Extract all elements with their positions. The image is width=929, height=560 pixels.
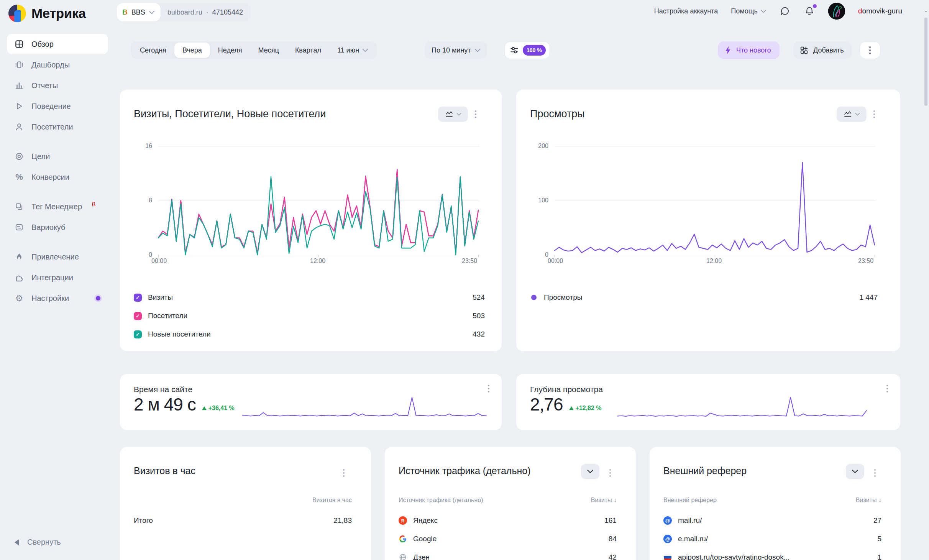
granularity-dropdown[interactable]: По 10 минут	[425, 41, 487, 59]
chevron-down-icon	[456, 113, 461, 116]
date-picker[interactable]: 11 июн	[329, 43, 376, 58]
sort-desc-icon: ↓	[878, 497, 881, 503]
sidebar-item-variocube[interactable]: Вариокуб	[7, 217, 108, 238]
sidebar-item-settings[interactable]: ⚙ Настройки	[7, 288, 108, 309]
chevron-down-icon	[587, 470, 593, 473]
legend-item-visitors[interactable]: ✓ Посетители 503	[134, 310, 485, 322]
y-axis-tick: 8	[129, 197, 152, 204]
counter-favicon-icon: B	[122, 8, 128, 16]
grid-icon	[15, 39, 24, 49]
value-column-header[interactable]: Визиты ↓	[856, 497, 881, 504]
percent-icon: %	[15, 172, 24, 182]
whats-new-label: Что нового	[736, 46, 771, 54]
kebab-icon	[874, 469, 876, 477]
notifications-button[interactable]	[804, 5, 815, 17]
add-label: Добавить	[813, 46, 844, 54]
collapse-arrow-icon	[15, 539, 19, 545]
chart-type-selector[interactable]	[837, 107, 867, 122]
chart-type-selector[interactable]	[438, 107, 468, 122]
checkbox-checked-icon[interactable]: ✓	[134, 312, 142, 320]
account-settings-link[interactable]: Настройка аккаунта	[654, 7, 718, 15]
scrollbar-up-icon[interactable]: ⌃	[924, 10, 928, 16]
metrika-logo-icon	[8, 5, 26, 22]
row-label: Яндекс	[413, 516, 438, 525]
x-tick-mark	[875, 255, 875, 257]
metrika-logo[interactable]: Метрика	[8, 5, 86, 22]
sidebar-item-attraction[interactable]: Привлечение	[7, 246, 108, 267]
sidebar-item-visitors[interactable]: Посетители	[7, 117, 108, 137]
sidebar-collapse-button[interactable]: Свернуть	[15, 538, 61, 547]
checkbox-checked-icon[interactable]: ✓	[134, 330, 142, 338]
username[interactable]: domovik-guru	[858, 7, 902, 15]
sidebar-item-label: Привлечение	[31, 253, 79, 261]
value-column-header[interactable]: Визиты ↓	[591, 497, 617, 504]
table-row[interactable]: Google 84	[399, 533, 617, 545]
line-chart-icon	[445, 110, 453, 118]
widget-menu-button[interactable]	[486, 383, 491, 394]
chat-icon	[780, 6, 790, 16]
sidebar-item-integrations[interactable]: Интеграции	[7, 267, 108, 288]
add-widget-button[interactable]: Добавить	[793, 41, 852, 59]
table-header: Источник трафика (детально) Визиты ↓	[399, 497, 617, 504]
chat-button[interactable]	[779, 5, 791, 17]
row-label: Google	[413, 535, 437, 543]
widget-menu-button[interactable]	[872, 109, 876, 120]
sidebar-item-conversions[interactable]: % Конверсии	[7, 167, 108, 187]
widget-menu-button[interactable]	[608, 468, 612, 478]
table-row[interactable]: @ e.mail.ru/ 5	[663, 533, 881, 545]
chevron-down-icon	[149, 11, 154, 14]
table-row[interactable]: Итого 21,83	[134, 514, 352, 527]
sidebar-item-behavior[interactable]: Поведение	[7, 96, 108, 117]
table-row[interactable]: Дзен 42	[399, 551, 617, 560]
chevron-down-icon	[852, 470, 858, 473]
counter-dropdown[interactable]: B BBS	[117, 3, 161, 21]
row-label: mail.ru/	[678, 516, 702, 525]
table-row[interactable]: apipost.ru/top-sayty/rating-dosok... 1	[663, 551, 881, 560]
row-value: 21,83	[333, 516, 352, 525]
sidebar-item-dashboards[interactable]: Дашборды	[7, 54, 108, 75]
tab-quarter[interactable]: Квартал	[287, 43, 329, 58]
tab-month[interactable]: Месяц	[250, 43, 287, 58]
widget-menu-button[interactable]	[873, 468, 877, 478]
tab-today[interactable]: Сегодня	[132, 43, 174, 58]
widget-menu-button[interactable]	[341, 468, 346, 478]
card-title: Глубина просмотра	[530, 385, 603, 394]
expand-dropdown[interactable]	[846, 464, 864, 479]
sidebar-item-overview[interactable]: Обзор	[7, 34, 108, 54]
legend-item-views[interactable]: Просмотры 1 447	[530, 292, 878, 303]
sidebar-item-goals[interactable]: Цели	[7, 146, 108, 167]
dashboard-menu-button[interactable]	[860, 41, 880, 59]
table-row[interactable]: @ mail.ru/ 27	[663, 514, 881, 527]
views-chart-card: Просмотры 200 100 0 00:00 12:00 23:50 Пр…	[516, 90, 900, 351]
page-scrollbar[interactable]: ⌃	[924, 0, 928, 560]
puzzle-icon	[15, 273, 24, 282]
x-axis-tick: 12:00	[310, 258, 325, 264]
gridline	[555, 255, 876, 255]
widget-menu-button[interactable]	[473, 109, 478, 120]
legend-item-new-visitors[interactable]: ✓ Новые посетители 432	[134, 328, 485, 340]
sidebar-item-label: Посетители	[31, 123, 73, 131]
checkbox-checked-icon[interactable]: ✓	[134, 294, 142, 302]
period-tabs: Сегодня Вчера Неделя Месяц Квартал 11 ию…	[131, 41, 377, 59]
sidebar-item-reports[interactable]: Отчеты	[7, 75, 108, 96]
whats-new-button[interactable]: Что нового	[718, 41, 780, 59]
flame-icon	[15, 252, 24, 261]
chevron-down-icon	[475, 49, 480, 52]
line-chart-icon	[844, 110, 852, 118]
widget-menu-button[interactable]	[885, 383, 890, 394]
avatar[interactable]	[828, 3, 845, 20]
counter-selector[interactable]: B BBS bulboard.ru · 47105442	[117, 3, 251, 21]
chevron-down-icon	[761, 10, 766, 13]
table-row[interactable]: Я Яндекс 161	[399, 514, 617, 527]
help-menu[interactable]: Помощь	[731, 7, 766, 15]
legend-item-visits[interactable]: ✓ Визиты 524	[134, 292, 485, 303]
sidebar-item-tag-manager[interactable]: Тег Менеджер ß	[7, 196, 108, 217]
views-chart	[555, 146, 875, 255]
kebab-icon	[869, 46, 871, 54]
sampling-button[interactable]: 100 %	[504, 41, 550, 59]
view-depth-sparkline	[617, 396, 867, 419]
tab-week[interactable]: Неделя	[210, 43, 250, 58]
tab-yesterday[interactable]: Вчера	[174, 43, 210, 58]
scrollbar-thumb[interactable]	[924, 18, 927, 106]
expand-dropdown[interactable]	[581, 464, 599, 479]
